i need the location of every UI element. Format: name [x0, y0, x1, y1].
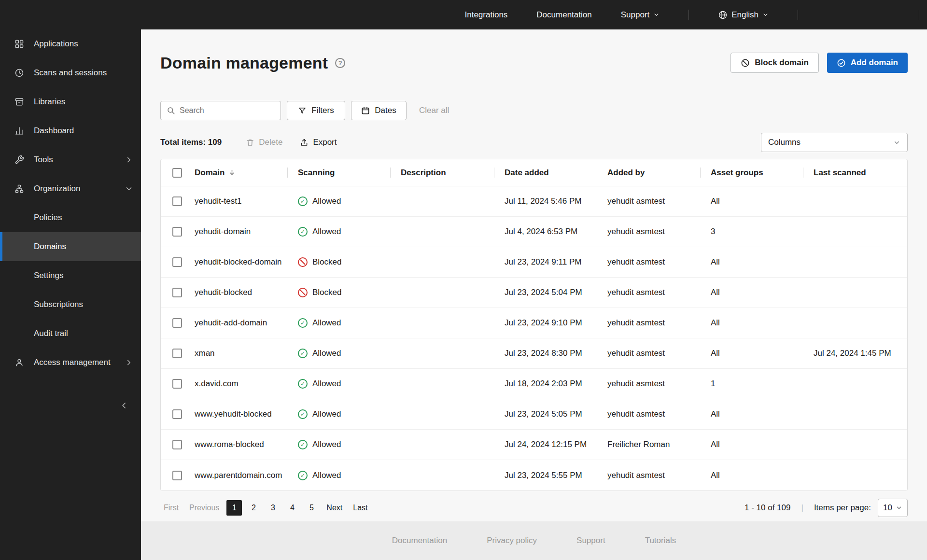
dates-icon	[361, 106, 370, 115]
pagination-next-button[interactable]: Next	[323, 500, 346, 516]
added-by-cell: yehudit asmtest	[597, 227, 700, 237]
table-row[interactable]: yehudit-blocked-domain Blocked Jul 23, 2…	[161, 247, 907, 278]
table-header-row: Domain Scanning Description Date added A…	[161, 159, 907, 186]
date-added-cell: Jul 23, 2024 9:10 PM	[494, 318, 597, 328]
scanning-cell: Allowed	[287, 349, 390, 358]
table-row[interactable]: www.yehudit-blocked Allowed Jul 23, 2024…	[161, 399, 907, 430]
topbar-link-integrations[interactable]: Integrations	[465, 10, 508, 20]
export-button[interactable]: Export	[300, 138, 337, 147]
footer-link-privacy-policy[interactable]: Privacy policy	[487, 536, 537, 546]
column-header-asset-groups: Asset groups	[700, 159, 803, 186]
clear-all-button[interactable]: Clear all	[419, 106, 449, 115]
domains-table: Domain Scanning Description Date added A…	[160, 159, 908, 491]
search-input[interactable]	[180, 106, 275, 115]
asset-groups-cell: 3	[700, 227, 803, 237]
libraries-icon	[14, 97, 24, 107]
added-by-cell: yehudit asmtest	[597, 379, 700, 389]
footer-link-support[interactable]: Support	[576, 536, 605, 546]
applications-icon	[14, 39, 24, 49]
domain-cell: www.yehudit-blocked	[188, 409, 287, 419]
row-checkbox[interactable]	[172, 227, 182, 237]
chevron-down-icon	[762, 12, 769, 18]
content: Domain management Block domain Add domai…	[141, 29, 927, 521]
sidebar-item-domains[interactable]: Domains	[0, 232, 141, 261]
topbar-menu-support[interactable]: Support	[621, 10, 660, 20]
allowed-icon	[298, 471, 308, 480]
dashboard-icon	[14, 126, 24, 136]
table-row[interactable]: x.david.com Allowed Jul 18, 2024 2:03 PM…	[161, 369, 907, 399]
block-domain-button[interactable]: Block domain	[730, 53, 818, 73]
sidebar-item-organization[interactable]: Organization	[0, 174, 141, 203]
footer-link-documentation[interactable]: Documentation	[392, 536, 447, 546]
pagination-page-4[interactable]: 4	[284, 500, 300, 516]
help-icon[interactable]	[335, 58, 345, 68]
column-header-domain[interactable]: Domain	[188, 159, 287, 186]
table-row[interactable]: xman Allowed Jul 23, 2024 8:30 PM yehudi…	[161, 338, 907, 369]
table-row[interactable]: yehudit-test1 Allowed Jul 11, 2024 5:46 …	[161, 186, 907, 217]
pagination-first-button[interactable]: First	[160, 500, 182, 516]
sidebar-item-applications[interactable]: Applications	[0, 29, 141, 58]
filters-button[interactable]: Filters	[287, 101, 345, 120]
table-row[interactable]: yehudit-blocked Blocked Jul 23, 2024 5:0…	[161, 278, 907, 308]
row-checkbox[interactable]	[172, 257, 182, 267]
added-by-cell: yehudit asmtest	[597, 257, 700, 267]
pagination-separator: |	[801, 503, 803, 513]
table-row[interactable]: www.parentdomain.com Allowed Jul 23, 202…	[161, 460, 907, 490]
sidebar-item-subscriptions[interactable]: Subscriptions	[0, 290, 141, 319]
asset-groups-cell: All	[700, 196, 803, 206]
footer-link-tutorials[interactable]: Tutorials	[645, 536, 676, 546]
row-checkbox[interactable]	[172, 471, 182, 480]
total-items-label: Total items: 109	[160, 138, 222, 147]
sidebar-item-label: Subscriptions	[34, 300, 83, 309]
sidebar-item-settings[interactable]: Settings	[0, 261, 141, 290]
pagination-last-button[interactable]: Last	[350, 500, 371, 516]
columns-select[interactable]: Columns	[761, 133, 908, 152]
table-row[interactable]: yehudit-domain Allowed Jul 4, 2024 6:53 …	[161, 217, 907, 247]
asset-groups-cell: All	[700, 471, 803, 480]
column-header-added-by: Added by	[597, 159, 700, 186]
dates-button[interactable]: Dates	[351, 101, 407, 120]
pagination-page-2[interactable]: 2	[246, 500, 261, 516]
row-checkbox[interactable]	[172, 318, 182, 328]
domain-cell: xman	[188, 349, 287, 358]
delete-button[interactable]: Delete	[246, 138, 282, 147]
chevron-down-icon	[653, 12, 660, 18]
items-per-page-select[interactable]: 10	[878, 499, 908, 517]
added-by-cell: Freilicher Roman	[597, 440, 700, 449]
add-domain-button[interactable]: Add domain	[827, 53, 908, 73]
topbar-link-documentation[interactable]: Documentation	[536, 10, 591, 20]
added-by-cell: yehudit asmtest	[597, 349, 700, 358]
domain-cell: www.roma-blocked	[188, 440, 287, 449]
sidebar-item-dashboard[interactable]: Dashboard	[0, 116, 141, 145]
footer: Documentation Privacy policy Support Tut…	[141, 521, 927, 560]
domain-cell: yehudit-blocked-domain	[188, 257, 287, 267]
pagination-page-5[interactable]: 5	[304, 500, 319, 516]
sidebar-item-scans-and-sessions[interactable]: Scans and sessions	[0, 58, 141, 87]
sidebar-item-tools[interactable]: Tools	[0, 145, 141, 174]
table-row[interactable]: www.roma-blocked Allowed Jul 24, 2024 12…	[161, 430, 907, 460]
pagination-page-3[interactable]: 3	[265, 500, 281, 516]
row-checkbox[interactable]	[172, 349, 182, 358]
blocked-icon	[298, 288, 308, 297]
row-checkbox[interactable]	[172, 409, 182, 419]
table-row[interactable]: yehudit-add-domain Allowed Jul 23, 2024 …	[161, 308, 907, 338]
row-checkbox[interactable]	[172, 196, 182, 206]
sidebar: Applications Scans and sessions Librarie…	[0, 0, 141, 560]
added-by-cell: yehudit asmtest	[597, 471, 700, 480]
sidebar-item-audit-trail[interactable]: Audit trail	[0, 319, 141, 348]
asset-groups-cell: All	[700, 288, 803, 297]
row-checkbox[interactable]	[172, 288, 182, 297]
select-all-checkbox[interactable]	[172, 168, 182, 178]
sidebar-item-policies[interactable]: Policies	[0, 203, 141, 232]
allowed-icon	[298, 409, 308, 419]
row-checkbox[interactable]	[172, 440, 182, 449]
allowed-icon	[298, 318, 308, 328]
pagination-page-1[interactable]: 1	[226, 500, 242, 516]
scanning-cell: Blocked	[287, 257, 390, 267]
sidebar-item-libraries[interactable]: Libraries	[0, 87, 141, 116]
row-checkbox[interactable]	[172, 379, 182, 389]
sidebar-collapse-button[interactable]	[117, 398, 131, 413]
language-selector[interactable]: English	[718, 10, 769, 20]
pagination-previous-button[interactable]: Previous	[186, 500, 223, 516]
sidebar-item-access-management[interactable]: Access management	[0, 348, 141, 377]
